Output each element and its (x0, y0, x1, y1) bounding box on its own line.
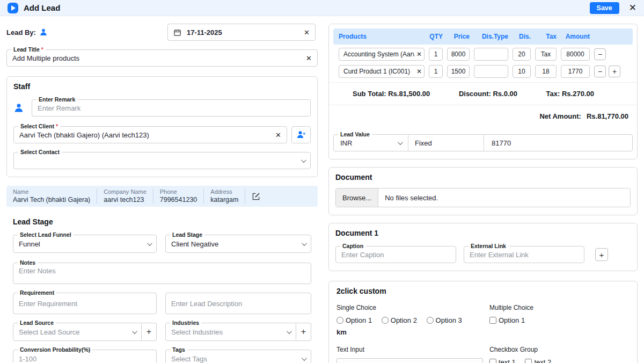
date-value: 17-11-2025 (187, 28, 222, 37)
date-clear-icon[interactable]: ✕ (299, 28, 310, 37)
value-type-select[interactable]: Fixed (408, 135, 484, 151)
date-field[interactable]: 17-11-2025 ✕ (167, 24, 316, 41)
product-clear-icon[interactable]: ✕ (416, 68, 422, 75)
products-card: Products QTY Price Dis.Type Dis. Tax Amo… (328, 24, 638, 159)
add-row-button[interactable]: + (609, 66, 620, 77)
lead-source-select[interactable]: Lead Source Select Lead Source (13, 323, 142, 341)
notes-field[interactable]: Notes Enter Notes (13, 263, 311, 284)
products-header-row: Products QTY Price Dis.Type Dis. Tax Amo… (333, 28, 633, 45)
add-lead-source-button[interactable]: + (142, 323, 157, 341)
radio-input[interactable] (382, 317, 389, 324)
checkbox-option[interactable]: Option 1 (489, 316, 525, 324)
product-name-input[interactable] (339, 65, 425, 78)
product-amount-input[interactable] (561, 65, 590, 78)
checkbox-option[interactable]: text 2 (525, 358, 551, 363)
conversion-probability-input[interactable] (19, 355, 151, 363)
product-row: ✕ − + (333, 64, 633, 79)
description-input[interactable] (171, 300, 305, 308)
external-link-field[interactable]: External Link (464, 246, 584, 263)
multiple-choice-label: Multiple Choice (489, 304, 630, 311)
col-price: Price (447, 33, 470, 40)
radio-option[interactable]: Option 1 (336, 316, 372, 324)
product-row-actions: − + (594, 66, 627, 77)
checkbox-input[interactable] (525, 359, 532, 363)
conversion-probability-field[interactable]: Conversion Probability(%) (13, 350, 157, 363)
tags-select[interactable]: Tags Select Tags (165, 350, 311, 363)
lead-title-clear-icon[interactable]: ✕ (302, 54, 312, 62)
product-price-input[interactable] (447, 65, 470, 78)
lead-title-field[interactable]: Lead Title * Add Multiple products ✕ (6, 49, 318, 67)
caption-input[interactable] (341, 251, 450, 259)
radio-input[interactable] (427, 317, 434, 324)
lead-value-label: Lead Value (338, 131, 372, 138)
radio-option[interactable]: Option 2 (382, 316, 417, 324)
industries-select[interactable]: Industries Select Industries (165, 323, 296, 341)
client-clear-icon[interactable]: ✕ (271, 131, 281, 139)
discount-text: Discount: Rs.0.00 (459, 90, 517, 98)
edit-client-button[interactable] (245, 188, 267, 204)
product-dis-input[interactable] (513, 65, 531, 78)
col-distype: Dis.Type (474, 33, 508, 40)
sub-total-text: Sub Total: Rs.81,500.00 (353, 90, 430, 98)
add-industry-button[interactable]: + (296, 323, 311, 341)
select-client-field[interactable]: Select Client * Aarvi Tech (bhakti Gajer… (13, 126, 287, 143)
funnel-row: Select Lead Funnel Funnel Lead Stage Cli… (13, 235, 311, 253)
lead-stage-select[interactable]: Lead Stage Client Negative (165, 235, 311, 253)
product-distype-input[interactable] (474, 65, 508, 78)
product-clear-icon[interactable]: ✕ (416, 50, 422, 58)
custom-grid: Single Choice Option 1 Option 2 Option 3… (336, 304, 630, 363)
staff-person-icon (13, 103, 24, 113)
conversion-row: Conversion Probability(%) Tags Select Ta… (13, 350, 311, 363)
add-client-button[interactable] (291, 126, 311, 143)
remove-row-button[interactable]: − (594, 66, 606, 77)
custom-fields-card: 2click custom Single Choice Option 1 Opt… (328, 281, 638, 363)
checkbox-input[interactable] (489, 359, 496, 363)
checkbox-group-label: Checkbox Group (489, 346, 630, 353)
checkbox-option[interactable]: text 1 (489, 358, 516, 363)
lead-value-amount[interactable]: 81770 (484, 135, 632, 151)
col-qty: QTY (429, 33, 443, 40)
requirement-field[interactable]: Requirement (13, 293, 157, 314)
radio-option[interactable]: Option 3 (427, 316, 462, 324)
custom-title: 2click custom (336, 287, 630, 295)
close-icon[interactable]: ✕ (629, 3, 636, 12)
document1-row: Caption External Link + (335, 246, 631, 263)
remark-input[interactable] (38, 104, 305, 112)
product-qty-input[interactable] (429, 48, 443, 61)
remove-row-button[interactable]: − (594, 48, 606, 60)
product-name-input[interactable] (339, 48, 425, 61)
industries-group: Industries Select Industries + (165, 323, 311, 341)
product-qty-input[interactable] (429, 65, 443, 78)
remark-field[interactable]: Enter Remark (32, 99, 311, 117)
browse-button[interactable]: Browse... (336, 188, 378, 207)
checkbox-input[interactable] (489, 317, 496, 324)
product-dis-input[interactable] (513, 48, 531, 61)
product-name-cell: ✕ (339, 48, 425, 61)
radio-input[interactable] (336, 317, 343, 324)
chevron-down-icon (302, 355, 307, 361)
select-contact-field[interactable]: Select Contact (13, 152, 311, 169)
product-amount-input[interactable] (561, 48, 590, 61)
product-price-input[interactable] (447, 48, 470, 61)
product-tax-input[interactable] (535, 65, 557, 78)
person-plus-icon (296, 130, 306, 140)
description-field[interactable] (165, 293, 311, 314)
main-content: Lead By: 17-11-2025 ✕ Lead Title * Add M… (0, 16, 644, 363)
add-document-button[interactable]: + (595, 248, 608, 261)
save-button[interactable]: Save (590, 2, 619, 14)
lead-funnel-select[interactable]: Select Lead Funnel Funnel (13, 235, 157, 253)
requirement-input[interactable] (19, 300, 151, 308)
custom-text-input[interactable] (336, 358, 483, 363)
product-distype-input[interactable] (474, 48, 508, 61)
select-contact-label: Select Contact (18, 149, 62, 156)
caption-field[interactable]: Caption (335, 246, 456, 263)
left-column: Lead By: 17-11-2025 ✕ Lead Title * Add M… (6, 16, 318, 363)
file-upload-field[interactable]: Browse... No files selected. (335, 188, 631, 207)
pencil-square-icon (252, 192, 260, 201)
client-row: Select Client * Aarvi Tech (bhakti Gajer… (13, 126, 311, 143)
person-icon (39, 28, 48, 37)
product-tax-input[interactable] (535, 48, 557, 61)
chevron-down-icon (287, 329, 292, 334)
chevron-down-icon (147, 241, 152, 246)
external-link-input[interactable] (470, 251, 579, 259)
